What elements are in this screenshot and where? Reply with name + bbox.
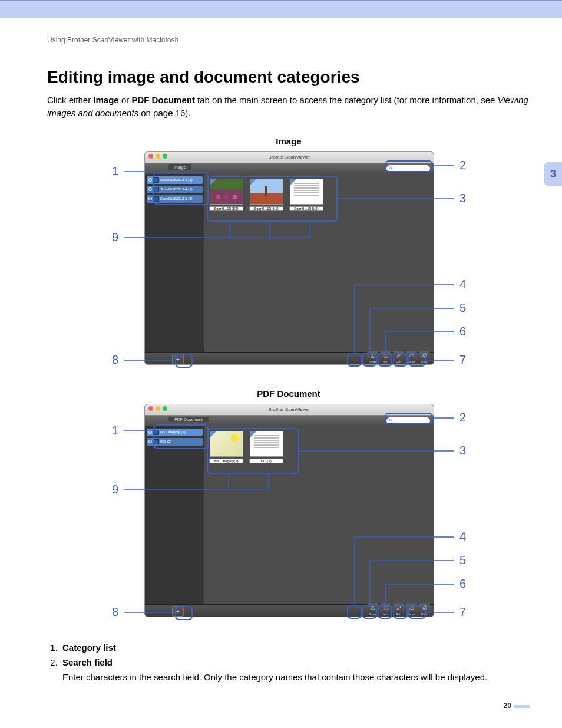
search-icon [389, 419, 393, 423]
intro-paragraph: Click either Image or PDF Document tab o… [47, 94, 530, 120]
category-list[interactable]: Scan06182013-3 (2) Scan06182013-4 (1) Sc… [145, 174, 204, 352]
callout-4: 4 [458, 530, 467, 543]
info-button[interactable]: iInfo [380, 351, 391, 364]
thumbnail-area: No Category(2) 001(2) [204, 426, 434, 604]
zoom-icon[interactable] [163, 406, 167, 411]
app-window-image: Brother ScanViewer Image Scan06182013-3 … [144, 151, 434, 365]
category-item[interactable]: Scan06182013-5 (2) [147, 195, 203, 203]
edit-button[interactable]: Edit [393, 351, 404, 364]
figure-caption: PDF Document [88, 388, 489, 398]
toolbar: PDF Document [145, 416, 434, 426]
callout-9: 9 [111, 483, 120, 496]
window-controls[interactable] [148, 406, 167, 411]
svg-point-0 [389, 167, 392, 169]
category-item[interactable]: Scan06182013-3 (2) [147, 176, 203, 184]
edit-button[interactable]: Edit [393, 603, 404, 616]
search-input[interactable] [386, 165, 430, 172]
callout-4: 4 [458, 278, 467, 291]
page-number-bar [514, 705, 530, 708]
print-button[interactable]: Print [419, 351, 430, 364]
scan-button[interactable]: Scan [406, 603, 417, 616]
intro-text: tab on the main screen to access the cat… [195, 95, 498, 105]
category-item[interactable]: No Category (2) [147, 429, 203, 436]
category-label: No Category (2) [160, 430, 186, 434]
page-number-value: 20 [504, 701, 511, 710]
svg-point-17 [389, 419, 392, 421]
title-bar: Brother ScanViewer [145, 404, 434, 416]
svg-rect-23 [424, 605, 426, 607]
thumbnail[interactable]: Scan0...13-5(2) [289, 179, 323, 347]
svg-rect-5 [422, 354, 426, 356]
category-label: 001 (2) [160, 440, 171, 443]
thumbnail[interactable]: 001(2) [249, 431, 283, 599]
svg-text:i: i [385, 606, 386, 610]
chapter-tab: 3 [544, 162, 562, 186]
figure-caption: Image [88, 136, 489, 146]
window-controls[interactable] [148, 154, 167, 159]
callout-2: 2 [458, 159, 467, 172]
window-title: Brother ScanViewer [269, 407, 310, 412]
share-button[interactable]: Share [367, 351, 378, 364]
add-button[interactable]: + [172, 606, 184, 617]
callout-6: 6 [458, 325, 467, 338]
page-title: Editing image and document categories [47, 68, 530, 87]
category-label: Scan06182013-5 (2) [160, 197, 193, 200]
callout-3: 3 [458, 192, 467, 205]
tab-label[interactable]: PDF Document [168, 417, 209, 422]
tab-label[interactable]: Image [168, 164, 191, 170]
thumb-label: Scan0...13-5(2) [289, 206, 323, 211]
callout-1: 1 [111, 424, 120, 437]
category-item[interactable]: 001 (2) [147, 438, 203, 446]
scan-button[interactable]: Scan [406, 351, 417, 364]
svg-rect-4 [409, 354, 413, 357]
callout-9: 9 [111, 230, 120, 244]
info-button[interactable]: iInfo [380, 603, 391, 616]
close-icon[interactable] [148, 406, 153, 411]
minimize-icon[interactable] [156, 406, 160, 411]
callout-7: 7 [458, 605, 467, 619]
print-label: Print [421, 612, 427, 616]
minimize-icon[interactable] [156, 154, 160, 159]
page-number: 20 [47, 701, 530, 710]
edit-label: Edit [396, 360, 401, 364]
share-label: Share [369, 360, 376, 364]
figure-image: Image Brother ScanViewer Image Scan06182… [88, 136, 489, 377]
svg-rect-6 [424, 353, 426, 354]
intro-text: Click either [47, 95, 93, 105]
category-item[interactable]: Scan06182013-4 (1) [147, 186, 203, 193]
zoom-icon[interactable] [163, 154, 167, 159]
edit-label: Edit [396, 612, 401, 616]
image-tab-ref: Image [93, 95, 118, 105]
thumb-label: Scan0...13-3(2) [209, 206, 243, 211]
svg-line-18 [391, 421, 392, 422]
callout-6: 6 [458, 577, 467, 591]
search-input[interactable] [386, 417, 430, 424]
scan-label: Scan [408, 612, 415, 616]
thumbnail[interactable]: Scan0...13-4(1) [249, 179, 283, 347]
callout-1: 1 [111, 164, 120, 178]
breadcrumb: Using Brother ScanViewer with Macintosh [47, 36, 530, 44]
info-label: Info [383, 360, 388, 364]
intro-text: or [119, 95, 132, 105]
callout-8: 8 [111, 605, 120, 619]
svg-rect-21 [409, 607, 413, 609]
callout-3: 3 [458, 444, 467, 457]
share-label: Share [369, 612, 376, 616]
callout-7: 7 [458, 353, 467, 367]
svg-text:i: i [385, 354, 386, 357]
share-button[interactable]: Share [367, 603, 378, 616]
svg-line-1 [391, 169, 392, 170]
category-list[interactable]: No Category (2) 001 (2) [145, 426, 204, 604]
add-button[interactable]: + [172, 354, 184, 364]
bottom-toolbar: + Share iInfo Edit Scan Print [145, 604, 434, 617]
thumb-label: Scan0...13-4(1) [249, 206, 283, 211]
legend-list: Category list Search fieldEnter characte… [47, 641, 530, 684]
thumbnail[interactable]: No Category(2) [209, 431, 243, 599]
pdf-tab-ref: PDF Document [131, 95, 195, 105]
app-window-pdf: Brother ScanViewer PDF Document No Categ… [144, 404, 434, 617]
print-button[interactable]: Print [419, 603, 430, 616]
close-icon[interactable] [148, 154, 153, 159]
legend-title: Category list [62, 643, 116, 653]
info-label: Info [383, 612, 388, 616]
thumbnail[interactable]: Scan0...13-3(2) [209, 179, 243, 347]
